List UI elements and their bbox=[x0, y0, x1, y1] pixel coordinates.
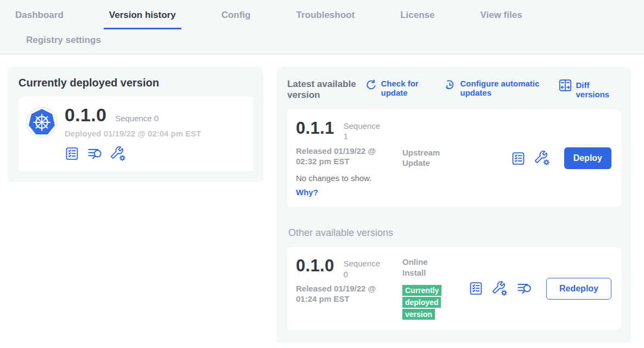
other-source-column: Online Install Currently deployed versio… bbox=[402, 257, 469, 320]
other-action-icons bbox=[469, 281, 532, 296]
available-versions-header: Latest available version Check for updat… bbox=[287, 79, 621, 101]
edit-config-icon[interactable] bbox=[111, 146, 126, 161]
why-link[interactable]: Why? bbox=[296, 188, 318, 197]
deploy-button[interactable]: Deploy bbox=[564, 147, 611, 169]
deployed-version-card: 0.1.0 Sequence 0 Deployed 01/19/22 @ 02:… bbox=[18, 97, 254, 171]
tab-version-history[interactable]: Version history bbox=[104, 5, 181, 29]
tab-license[interactable]: License bbox=[395, 5, 440, 29]
deploy-logs-icon[interactable] bbox=[87, 146, 103, 161]
diff-icon bbox=[558, 78, 572, 92]
auto-update-icon bbox=[443, 78, 457, 92]
configure-automatic-updates-link[interactable]: Configure automatic updates bbox=[443, 79, 542, 98]
currently-deployed-badge: Currently deployed version bbox=[402, 285, 443, 320]
tab-troubleshoot[interactable]: Troubleshoot bbox=[291, 5, 360, 29]
deployed-sequence-label: Sequence 0 bbox=[115, 114, 159, 123]
deployed-version-details: 0.1.0 Sequence 0 Deployed 01/19/22 @ 02:… bbox=[65, 105, 201, 161]
edit-config-icon[interactable] bbox=[493, 281, 508, 296]
other-versions-title: Other available versions bbox=[288, 227, 621, 239]
diff-versions-link[interactable]: Diff versions bbox=[558, 79, 621, 100]
available-versions-panel: Latest available version Check for updat… bbox=[276, 67, 631, 343]
edit-config-icon[interactable] bbox=[535, 151, 550, 166]
latest-sequence-label: Sequence 1 bbox=[343, 119, 382, 142]
other-version-info: 0.1.0 Sequence 0 Released 01/19/22 @ 01:… bbox=[296, 257, 402, 304]
content: Currently deployed version bbox=[0, 54, 644, 343]
latest-source-column: Upstream Update bbox=[402, 147, 469, 169]
latest-version-number: 0.1.1 bbox=[296, 119, 334, 138]
nav-row-2: Registry settings bbox=[0, 29, 644, 54]
redeploy-button[interactable]: Redeploy bbox=[546, 278, 611, 300]
other-version-card: 0.1.0 Sequence 0 Released 01/19/22 @ 01:… bbox=[287, 247, 621, 330]
no-changes-note: No changes to show. bbox=[296, 173, 402, 183]
latest-available-title: Latest available version bbox=[287, 79, 364, 101]
preflight-checks-icon[interactable] bbox=[469, 281, 483, 296]
other-source-label: Online Install bbox=[402, 257, 447, 278]
latest-released-timestamp: Released 01/19/22 @ 02:32 pm EST bbox=[296, 146, 387, 167]
tab-dashboard[interactable]: Dashboard bbox=[10, 5, 69, 29]
currently-deployed-title: Currently deployed version bbox=[18, 77, 254, 89]
kubernetes-icon bbox=[26, 107, 58, 161]
other-version-number: 0.1.0 bbox=[296, 257, 334, 275]
check-for-update-label: Check for update bbox=[381, 79, 427, 98]
latest-action-icons bbox=[511, 151, 550, 166]
diff-versions-label: Diff versions bbox=[576, 80, 621, 100]
deployed-version-number: 0.1.0 bbox=[65, 105, 106, 125]
preflight-checks-icon[interactable] bbox=[511, 151, 526, 166]
configure-automatic-updates-label: Configure automatic updates bbox=[460, 79, 542, 98]
top-nav: Dashboard Version history Config Trouble… bbox=[0, 0, 644, 54]
deploy-logs-icon[interactable] bbox=[517, 281, 532, 296]
tab-view-files[interactable]: View files bbox=[475, 5, 527, 29]
tab-registry-settings[interactable]: Registry settings bbox=[21, 29, 106, 54]
refresh-icon bbox=[364, 78, 377, 92]
latest-version-card: 0.1.1 Sequence 1 Released 01/19/22 @ 02:… bbox=[287, 110, 621, 207]
currently-deployed-panel: Currently deployed version bbox=[8, 67, 263, 182]
tab-config[interactable]: Config bbox=[216, 5, 256, 29]
preflight-checks-icon[interactable] bbox=[65, 146, 79, 161]
other-released-timestamp: Released 01/19/22 @ 01:24 pm EST bbox=[296, 284, 387, 304]
deployed-timestamp: Deployed 01/19/22 @ 02:04 pm EST bbox=[65, 129, 201, 138]
latest-source-label: Upstream Update bbox=[402, 147, 447, 169]
deployed-action-icons bbox=[65, 146, 201, 161]
check-for-update-link[interactable]: Check for update bbox=[364, 79, 427, 98]
other-sequence-label: Sequence 0 bbox=[343, 257, 382, 279]
nav-row-1: Dashboard Version history Config Trouble… bbox=[0, 5, 644, 29]
latest-version-info: 0.1.1 Sequence 1 Released 01/19/22 @ 02:… bbox=[296, 119, 402, 198]
